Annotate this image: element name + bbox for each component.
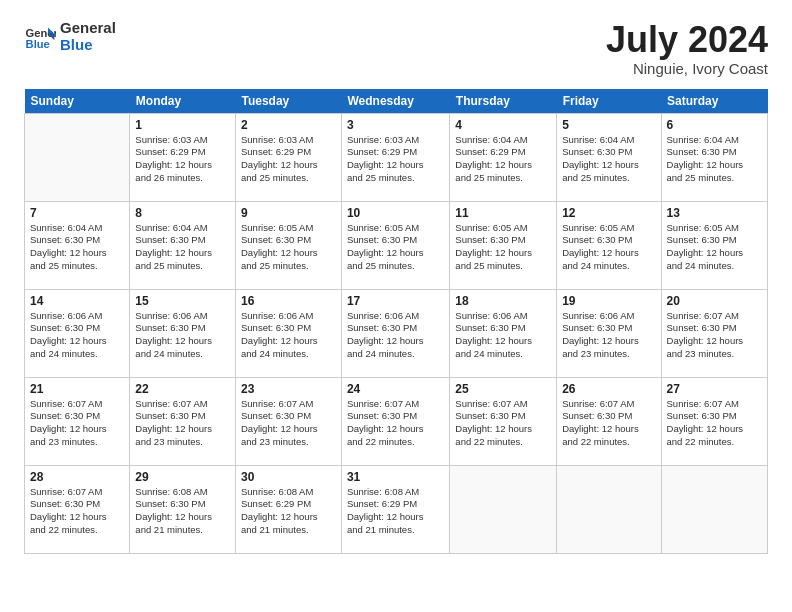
col-friday: Friday	[557, 89, 661, 114]
month-year: July 2024	[606, 20, 768, 60]
day-info: Sunrise: 6:04 AM Sunset: 6:30 PM Dayligh…	[562, 134, 655, 185]
day-number: 19	[562, 294, 655, 308]
calendar-cell	[661, 465, 767, 553]
calendar-cell	[557, 465, 661, 553]
calendar-cell: 31Sunrise: 6:08 AM Sunset: 6:29 PM Dayli…	[341, 465, 449, 553]
day-number: 11	[455, 206, 551, 220]
day-number: 14	[30, 294, 124, 308]
day-number: 24	[347, 382, 444, 396]
day-info: Sunrise: 6:06 AM Sunset: 6:30 PM Dayligh…	[30, 310, 124, 361]
col-sunday: Sunday	[25, 89, 130, 114]
day-info: Sunrise: 6:04 AM Sunset: 6:30 PM Dayligh…	[30, 222, 124, 273]
day-info: Sunrise: 6:05 AM Sunset: 6:30 PM Dayligh…	[347, 222, 444, 273]
location: Ninguie, Ivory Coast	[606, 60, 768, 77]
calendar-cell: 10Sunrise: 6:05 AM Sunset: 6:30 PM Dayli…	[341, 201, 449, 289]
day-number: 6	[667, 118, 762, 132]
col-saturday: Saturday	[661, 89, 767, 114]
day-info: Sunrise: 6:06 AM Sunset: 6:30 PM Dayligh…	[347, 310, 444, 361]
logo: General Blue General Blue	[24, 20, 116, 53]
day-info: Sunrise: 6:08 AM Sunset: 6:30 PM Dayligh…	[135, 486, 230, 537]
day-info: Sunrise: 6:08 AM Sunset: 6:29 PM Dayligh…	[347, 486, 444, 537]
day-number: 8	[135, 206, 230, 220]
day-info: Sunrise: 6:07 AM Sunset: 6:30 PM Dayligh…	[135, 398, 230, 449]
day-number: 4	[455, 118, 551, 132]
day-number: 1	[135, 118, 230, 132]
calendar-cell: 28Sunrise: 6:07 AM Sunset: 6:30 PM Dayli…	[25, 465, 130, 553]
day-number: 20	[667, 294, 762, 308]
calendar-cell: 12Sunrise: 6:05 AM Sunset: 6:30 PM Dayli…	[557, 201, 661, 289]
calendar-cell: 1Sunrise: 6:03 AM Sunset: 6:29 PM Daylig…	[130, 113, 236, 201]
day-number: 16	[241, 294, 336, 308]
calendar-cell: 25Sunrise: 6:07 AM Sunset: 6:30 PM Dayli…	[450, 377, 557, 465]
day-number: 30	[241, 470, 336, 484]
day-info: Sunrise: 6:04 AM Sunset: 6:29 PM Dayligh…	[455, 134, 551, 185]
calendar-cell: 3Sunrise: 6:03 AM Sunset: 6:29 PM Daylig…	[341, 113, 449, 201]
day-number: 21	[30, 382, 124, 396]
day-info: Sunrise: 6:07 AM Sunset: 6:30 PM Dayligh…	[30, 486, 124, 537]
calendar-cell: 4Sunrise: 6:04 AM Sunset: 6:29 PM Daylig…	[450, 113, 557, 201]
day-number: 25	[455, 382, 551, 396]
calendar-cell: 16Sunrise: 6:06 AM Sunset: 6:30 PM Dayli…	[235, 289, 341, 377]
col-wednesday: Wednesday	[341, 89, 449, 114]
title-block: July 2024 Ninguie, Ivory Coast	[606, 20, 768, 77]
day-number: 28	[30, 470, 124, 484]
day-info: Sunrise: 6:06 AM Sunset: 6:30 PM Dayligh…	[135, 310, 230, 361]
svg-text:Blue: Blue	[26, 38, 50, 50]
calendar-cell: 23Sunrise: 6:07 AM Sunset: 6:30 PM Dayli…	[235, 377, 341, 465]
day-number: 23	[241, 382, 336, 396]
logo-line2: Blue	[60, 37, 116, 54]
day-number: 15	[135, 294, 230, 308]
header: General Blue General Blue July 2024 Ning…	[24, 20, 768, 77]
table-row: 28Sunrise: 6:07 AM Sunset: 6:30 PM Dayli…	[25, 465, 768, 553]
day-number: 12	[562, 206, 655, 220]
table-row: 7Sunrise: 6:04 AM Sunset: 6:30 PM Daylig…	[25, 201, 768, 289]
calendar-cell: 24Sunrise: 6:07 AM Sunset: 6:30 PM Dayli…	[341, 377, 449, 465]
day-info: Sunrise: 6:04 AM Sunset: 6:30 PM Dayligh…	[667, 134, 762, 185]
calendar-cell: 2Sunrise: 6:03 AM Sunset: 6:29 PM Daylig…	[235, 113, 341, 201]
calendar-cell: 18Sunrise: 6:06 AM Sunset: 6:30 PM Dayli…	[450, 289, 557, 377]
day-info: Sunrise: 6:06 AM Sunset: 6:30 PM Dayligh…	[241, 310, 336, 361]
day-number: 29	[135, 470, 230, 484]
day-number: 3	[347, 118, 444, 132]
calendar-cell: 26Sunrise: 6:07 AM Sunset: 6:30 PM Dayli…	[557, 377, 661, 465]
page-container: General Blue General Blue July 2024 Ning…	[0, 0, 792, 570]
day-info: Sunrise: 6:06 AM Sunset: 6:30 PM Dayligh…	[562, 310, 655, 361]
day-number: 17	[347, 294, 444, 308]
calendar-cell: 7Sunrise: 6:04 AM Sunset: 6:30 PM Daylig…	[25, 201, 130, 289]
day-number: 26	[562, 382, 655, 396]
day-number: 10	[347, 206, 444, 220]
table-row: 1Sunrise: 6:03 AM Sunset: 6:29 PM Daylig…	[25, 113, 768, 201]
day-number: 31	[347, 470, 444, 484]
day-info: Sunrise: 6:05 AM Sunset: 6:30 PM Dayligh…	[562, 222, 655, 273]
calendar-header-row: Sunday Monday Tuesday Wednesday Thursday…	[25, 89, 768, 114]
logo-line1: General	[60, 20, 116, 37]
day-info: Sunrise: 6:04 AM Sunset: 6:30 PM Dayligh…	[135, 222, 230, 273]
col-tuesday: Tuesday	[235, 89, 341, 114]
calendar-cell: 8Sunrise: 6:04 AM Sunset: 6:30 PM Daylig…	[130, 201, 236, 289]
calendar-cell: 29Sunrise: 6:08 AM Sunset: 6:30 PM Dayli…	[130, 465, 236, 553]
day-info: Sunrise: 6:05 AM Sunset: 6:30 PM Dayligh…	[241, 222, 336, 273]
calendar-cell: 6Sunrise: 6:04 AM Sunset: 6:30 PM Daylig…	[661, 113, 767, 201]
calendar-cell: 19Sunrise: 6:06 AM Sunset: 6:30 PM Dayli…	[557, 289, 661, 377]
day-info: Sunrise: 6:07 AM Sunset: 6:30 PM Dayligh…	[562, 398, 655, 449]
day-info: Sunrise: 6:05 AM Sunset: 6:30 PM Dayligh…	[455, 222, 551, 273]
day-info: Sunrise: 6:07 AM Sunset: 6:30 PM Dayligh…	[667, 398, 762, 449]
day-info: Sunrise: 6:08 AM Sunset: 6:29 PM Dayligh…	[241, 486, 336, 537]
calendar-cell: 20Sunrise: 6:07 AM Sunset: 6:30 PM Dayli…	[661, 289, 767, 377]
calendar-cell: 27Sunrise: 6:07 AM Sunset: 6:30 PM Dayli…	[661, 377, 767, 465]
day-number: 9	[241, 206, 336, 220]
table-row: 21Sunrise: 6:07 AM Sunset: 6:30 PM Dayli…	[25, 377, 768, 465]
day-info: Sunrise: 6:07 AM Sunset: 6:30 PM Dayligh…	[667, 310, 762, 361]
col-monday: Monday	[130, 89, 236, 114]
logo-icon: General Blue	[24, 21, 56, 53]
calendar-cell: 22Sunrise: 6:07 AM Sunset: 6:30 PM Dayli…	[130, 377, 236, 465]
calendar-cell	[25, 113, 130, 201]
calendar-cell: 30Sunrise: 6:08 AM Sunset: 6:29 PM Dayli…	[235, 465, 341, 553]
day-info: Sunrise: 6:03 AM Sunset: 6:29 PM Dayligh…	[347, 134, 444, 185]
col-thursday: Thursday	[450, 89, 557, 114]
calendar-cell: 17Sunrise: 6:06 AM Sunset: 6:30 PM Dayli…	[341, 289, 449, 377]
calendar-cell: 21Sunrise: 6:07 AM Sunset: 6:30 PM Dayli…	[25, 377, 130, 465]
calendar-cell: 9Sunrise: 6:05 AM Sunset: 6:30 PM Daylig…	[235, 201, 341, 289]
day-info: Sunrise: 6:06 AM Sunset: 6:30 PM Dayligh…	[455, 310, 551, 361]
calendar-table: Sunday Monday Tuesday Wednesday Thursday…	[24, 89, 768, 554]
